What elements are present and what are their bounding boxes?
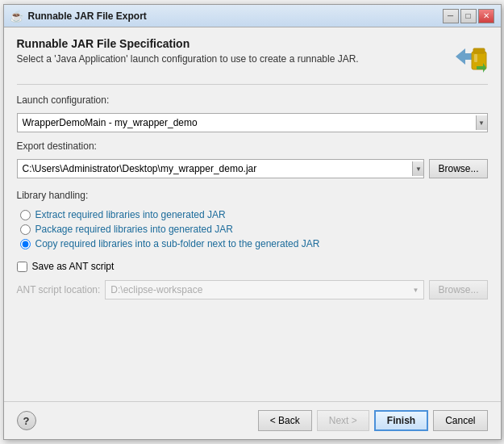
window-controls: ─ □ ✕ — [443, 9, 494, 23]
footer-right: < Back Next > Finish Cancel — [258, 410, 488, 431]
ant-location-input: D:\eclipse-workspace ▼ — [105, 280, 424, 299]
launch-config-value: WrapperDemoMain - my_wrapper_demo — [23, 117, 476, 128]
export-dest-browse-button[interactable]: Browse... — [429, 159, 487, 178]
radio-package-label: Package required libraries into generate… — [35, 224, 233, 235]
minimize-button[interactable]: ─ — [443, 9, 459, 23]
window-icon: ☕ — [10, 10, 23, 23]
header-subtitle: Select a 'Java Application' launch confi… — [17, 53, 441, 65]
ant-script-checkbox-row[interactable]: Save as ANT script — [17, 261, 488, 272]
svg-rect-2 — [473, 48, 485, 53]
jar-icon — [449, 37, 488, 76]
ant-location-row: ANT script location: D:\eclipse-workspac… — [17, 280, 488, 299]
header-title: Runnable JAR File Specification — [17, 37, 441, 50]
help-button[interactable]: ? — [17, 411, 36, 430]
ant-browse-button: Browse... — [429, 280, 487, 299]
close-button[interactable]: ✕ — [478, 9, 494, 23]
export-dest-label: Export destination: — [17, 140, 488, 152]
launch-config-label: Launch configuration: — [17, 94, 488, 106]
ant-location-label: ANT script location: — [17, 284, 101, 295]
export-dest-dropdown[interactable]: C:\Users\Administrator\Desktop\my_wrappe… — [17, 159, 425, 178]
footer-left: ? — [17, 411, 36, 430]
ant-script-checkbox[interactable] — [17, 262, 27, 272]
radio-extract-label: Extract required libraries into generate… — [35, 209, 226, 220]
main-window: ☕ Runnable JAR File Export ─ □ ✕ Runnabl… — [3, 4, 502, 440]
export-dest-row: C:\Users\Administrator\Desktop\my_wrappe… — [17, 159, 488, 178]
radio-copy-label: Copy required libraries into a sub-folde… — [35, 238, 320, 249]
radio-package-input[interactable] — [20, 224, 31, 235]
maximize-button[interactable]: □ — [460, 9, 477, 23]
radio-extract[interactable]: Extract required libraries into generate… — [20, 209, 488, 220]
radio-package[interactable]: Package required libraries into generate… — [20, 224, 488, 235]
ant-location-value: D:\eclipse-workspace — [110, 284, 202, 295]
ant-script-checkbox-label: Save as ANT script — [32, 261, 115, 272]
radio-extract-input[interactable] — [20, 210, 31, 220]
header-section: Runnable JAR File Specification Select a… — [17, 37, 488, 85]
ant-dropdown-arrow-icon: ▼ — [413, 287, 419, 294]
cancel-button[interactable]: Cancel — [433, 410, 487, 431]
export-dest-value: C:\Users\Administrator\Desktop\my_wrappe… — [23, 163, 413, 174]
launch-config-arrow-icon: ▼ — [476, 115, 487, 130]
finish-button[interactable]: Finish — [374, 410, 428, 431]
launch-config-row: WrapperDemoMain - my_wrapper_demo ▼ — [17, 113, 488, 132]
footer: ? < Back Next > Finish Cancel — [4, 401, 501, 439]
header-text: Runnable JAR File Specification Select a… — [17, 37, 441, 65]
next-button[interactable]: Next > — [317, 410, 369, 431]
jar-icon-container — [449, 37, 488, 76]
radio-copy-input[interactable] — [20, 239, 31, 249]
svg-rect-3 — [474, 54, 477, 62]
library-handling-label: Library handling: — [17, 190, 488, 201]
launch-config-dropdown[interactable]: WrapperDemoMain - my_wrapper_demo ▼ — [17, 113, 488, 132]
window-title: Runnable JAR File Export — [28, 10, 443, 22]
radio-copy[interactable]: Copy required libraries into a sub-folde… — [20, 238, 488, 249]
window-content: Runnable JAR File Specification Select a… — [4, 27, 501, 401]
export-dest-arrow-icon: ▼ — [412, 161, 423, 176]
title-bar: ☕ Runnable JAR File Export ─ □ ✕ — [4, 5, 501, 27]
back-button[interactable]: < Back — [258, 410, 312, 431]
form-section: Launch configuration: WrapperDemoMain - … — [17, 94, 488, 392]
library-handling-group: Extract required libraries into generate… — [20, 209, 488, 249]
